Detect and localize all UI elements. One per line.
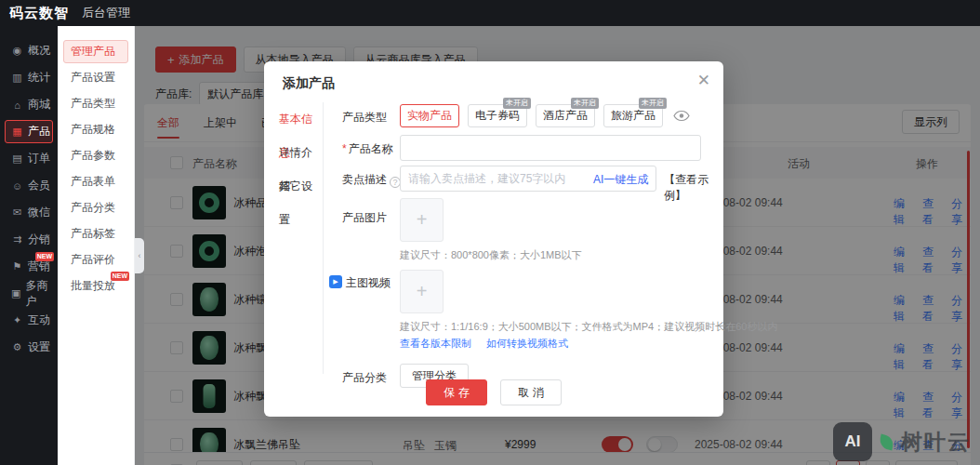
- disabled-badge: 未开启: [503, 98, 531, 109]
- watermark-brand: 树叶云: [901, 428, 971, 457]
- video-help-links: 查看各版本限制 如何转换视频格式: [400, 337, 568, 351]
- submenu-item[interactable]: 产品类型: [63, 92, 128, 115]
- submenu-item[interactable]: 产品评价: [63, 248, 128, 272]
- sidebar-item-label: 统计: [28, 70, 50, 86]
- modal-tab-其它设置[interactable]: 其它设置: [264, 169, 323, 203]
- submenu-item[interactable]: 产品标签: [63, 222, 128, 246]
- sidebar-item-label: 订单: [28, 151, 50, 166]
- sidebar-item-order[interactable]: ▤订单: [5, 147, 53, 170]
- modal-footer: 保 存 取 消: [264, 379, 723, 405]
- type-option-电子券码[interactable]: 电子券码未开启: [468, 104, 527, 127]
- type-label: 产品类型: [342, 110, 387, 126]
- distribution-icon: ⇉: [11, 233, 23, 246]
- sidebar-item-label: 设置: [28, 339, 50, 355]
- close-icon[interactable]: ✕: [697, 71, 710, 90]
- settings-icon: ⚙: [11, 341, 23, 353]
- image-label: 产品图片: [342, 210, 387, 226]
- image-hint: 建议尺寸：800*800像素；大小1MB以下: [400, 248, 582, 262]
- modal-side-tabs: 基本信息详情介绍其它设置: [264, 102, 324, 374]
- wechat-icon: ✉: [11, 206, 23, 219]
- type-option-旅游产品[interactable]: 旅游产品未开启: [603, 104, 663, 127]
- sidebar-item-mall[interactable]: ⌂商城: [5, 93, 53, 116]
- member-icon: ☺: [11, 180, 23, 192]
- submenu-item[interactable]: 产品规格: [63, 118, 128, 141]
- preview-eye-icon[interactable]: [673, 110, 690, 122]
- sidebar-item-marketing[interactable]: ⚑营销NEW: [5, 255, 53, 278]
- product-type-options: 实物产品电子券码未开启酒店产品未开启旅游产品未开启: [400, 104, 690, 127]
- watermark: AI 树叶云: [833, 422, 971, 461]
- sidebar-item-product[interactable]: ▦产品: [5, 120, 53, 143]
- top-header: 码云数智 后台管理: [0, 0, 980, 26]
- product-name-input[interactable]: [400, 135, 701, 161]
- sidebar-item-settings[interactable]: ⚙设置: [5, 336, 53, 359]
- sidebar-item-label: 商城: [28, 97, 50, 113]
- video-icon: ▶: [329, 275, 342, 288]
- disabled-badge: 未开启: [639, 98, 667, 109]
- submenu-item[interactable]: 产品参数: [63, 144, 128, 167]
- brand-logo: 码云数智: [9, 5, 69, 22]
- sidebar-item-label: 多商户: [25, 278, 52, 310]
- sidebar-item-dashboard[interactable]: ◉概况: [5, 39, 53, 62]
- mall-icon: ⌂: [11, 100, 23, 111]
- save-button[interactable]: 保 存: [426, 379, 487, 405]
- convert-video-link[interactable]: 如何转换视频格式: [486, 337, 568, 351]
- order-icon: ▤: [11, 153, 23, 165]
- type-option-酒店产品[interactable]: 酒店产品未开启: [536, 104, 595, 127]
- modal-title: 添加产品: [283, 75, 335, 92]
- image-upload-box[interactable]: [400, 198, 444, 242]
- video-hint: 建议尺寸：1:1/16:9；大小500MB以下；文件格式为MP4；建议视频时长在…: [400, 320, 777, 334]
- sidebar-item-label: 概况: [28, 43, 50, 59]
- view-example-link[interactable]: 【查看示例】: [664, 172, 723, 204]
- cancel-button[interactable]: 取 消: [500, 379, 562, 405]
- sidebar-item-stats[interactable]: ▥统计: [5, 66, 53, 89]
- video-upload-box[interactable]: [400, 270, 444, 313]
- watermark-ai-logo: AI: [833, 422, 872, 461]
- disabled-badge: 未开启: [571, 98, 599, 109]
- app-window: 码云数智 后台管理 ◉概况▥统计⌂商城▦产品▤订单☺会员✉微信⇉分销⚑营销NEW…: [0, 0, 980, 465]
- collapse-sidebar-handle[interactable]: ‹: [135, 238, 144, 273]
- leaf-icon: [879, 433, 895, 450]
- submenu-item[interactable]: 管理产品: [63, 40, 128, 63]
- secondary-sidebar: 管理产品产品设置产品类型产品规格产品参数产品表单产品分类产品标签产品评价批量投放…: [58, 26, 135, 465]
- type-option-实物产品[interactable]: 实物产品: [400, 104, 459, 127]
- sidebar-item-wechat[interactable]: ✉微信: [5, 201, 53, 224]
- version-limit-link[interactable]: 查看各版本限制: [400, 337, 471, 351]
- ai-generate-link[interactable]: AI一键生成: [593, 172, 648, 188]
- submenu-item[interactable]: 产品表单: [63, 170, 128, 193]
- header-subtitle: 后台管理: [82, 5, 130, 21]
- dashboard-icon: ◉: [11, 45, 23, 57]
- interaction-icon: ✦: [11, 314, 23, 326]
- stats-icon: ▥: [11, 72, 23, 84]
- submenu-item[interactable]: 批量投放NEW: [63, 274, 128, 298]
- new-badge: NEW: [111, 272, 129, 281]
- submenu-item[interactable]: 产品设置: [63, 66, 128, 89]
- primary-sidebar: ◉概况▥统计⌂商城▦产品▤订单☺会员✉微信⇉分销⚑营销NEW▣多商户✦互动⚙设置: [0, 26, 58, 465]
- video-label: 主图视频: [346, 275, 391, 291]
- modal-tab-详情介绍[interactable]: 详情介绍: [264, 136, 323, 169]
- sidebar-item-multi-merchant[interactable]: ▣多商户: [5, 282, 53, 305]
- sidebar-item-label: 微信: [28, 205, 50, 220]
- sidebar-item-label: 产品: [28, 124, 50, 140]
- modal-tab-基本信息[interactable]: 基本信息: [264, 102, 323, 136]
- sidebar-item-label: 分销: [28, 232, 50, 247]
- name-label: 产品名称: [342, 141, 393, 157]
- new-badge: NEW: [35, 252, 54, 261]
- selling-point-label: 卖点描述?: [342, 172, 401, 188]
- product-icon: ▦: [11, 126, 23, 138]
- sidebar-item-distribution[interactable]: ⇉分销: [5, 228, 53, 251]
- marketing-icon: ⚑: [11, 260, 23, 272]
- sidebar-item-label: 会员: [28, 178, 50, 193]
- add-product-modal: 添加产品 ✕ 基本信息详情介绍其它设置 产品类型 实物产品电子券码未开启酒店产品…: [264, 61, 723, 417]
- submenu-item[interactable]: 产品分类: [63, 196, 128, 219]
- multi-merchant-icon: ▣: [11, 287, 20, 299]
- sidebar-item-interaction[interactable]: ✦互动: [5, 309, 53, 332]
- sidebar-item-member[interactable]: ☺会员: [5, 174, 53, 197]
- sidebar-item-label: 互动: [28, 312, 50, 328]
